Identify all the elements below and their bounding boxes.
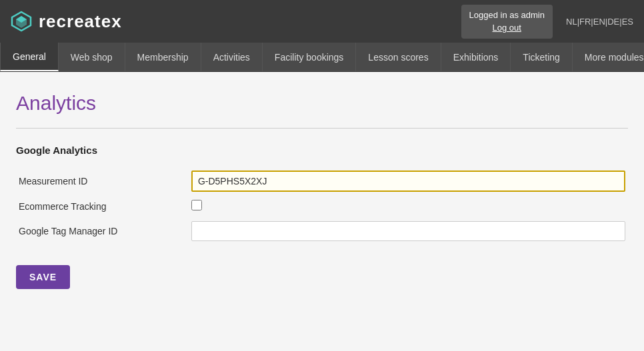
login-info: Logged in as admin Log out	[461, 5, 553, 39]
ecommerce-tracking-label: Ecommerce Tracking	[16, 196, 189, 217]
nav-item-more-modules[interactable]: More modules	[573, 43, 644, 71]
tag-manager-input[interactable]	[191, 221, 625, 241]
nav-item-facility-bookings[interactable]: Facility bookings	[263, 43, 357, 71]
login-line1: Logged in as admin	[469, 9, 545, 22]
divider	[16, 128, 628, 129]
lang-es[interactable]: ES	[622, 17, 633, 27]
tag-manager-row: Google Tag Manager ID	[16, 217, 628, 245]
nav-item-lesson-scores[interactable]: Lesson scores	[356, 43, 441, 71]
ecommerce-tracking-cell	[189, 196, 628, 217]
section-title: Google Analytics	[16, 145, 628, 156]
ecommerce-tracking-checkbox[interactable]	[191, 200, 202, 210]
tag-manager-label: Google Tag Manager ID	[16, 217, 189, 245]
logout-link[interactable]: Log out	[493, 23, 521, 33]
header-right: Logged in as admin Log out NL|FR|EN|DE|E…	[461, 5, 633, 39]
lang-fr[interactable]: FR	[579, 17, 591, 27]
measurement-id-label: Measurement ID	[16, 167, 189, 196]
nav-item-membership[interactable]: Membership	[125, 43, 201, 71]
lang-de[interactable]: DE	[607, 17, 619, 27]
save-button[interactable]: SAVE	[16, 265, 70, 289]
tag-manager-cell	[189, 217, 628, 245]
nav-item-activities[interactable]: Activities	[201, 43, 263, 71]
nav-item-ticketing[interactable]: Ticketing	[511, 43, 573, 71]
lang-nl[interactable]: NL	[566, 17, 577, 27]
logo-text: recreatex	[39, 11, 122, 32]
nav-item-general[interactable]: General	[0, 43, 59, 71]
logo-icon	[11, 11, 32, 32]
main-content: Analytics Google Analytics Measurement I…	[0, 72, 644, 351]
ecommerce-tracking-row: Ecommerce Tracking	[16, 196, 628, 217]
measurement-id-cell	[189, 167, 628, 196]
lang-switcher: NL|FR|EN|DE|ES	[566, 17, 633, 27]
page-title: Analytics	[16, 92, 628, 115]
header: recreatex Logged in as admin Log out NL|…	[0, 0, 644, 43]
form-table: Measurement ID Ecommerce Tracking Google…	[16, 167, 628, 245]
measurement-id-row: Measurement ID	[16, 167, 628, 196]
measurement-id-input[interactable]	[191, 171, 625, 192]
logo-area: recreatex	[11, 11, 122, 32]
nav-item-exhibitions[interactable]: Exhibitions	[441, 43, 511, 71]
main-nav: General Web shop Membership Activities F…	[0, 43, 644, 72]
nav-item-webshop[interactable]: Web shop	[59, 43, 125, 71]
lang-en[interactable]: EN	[593, 17, 605, 27]
